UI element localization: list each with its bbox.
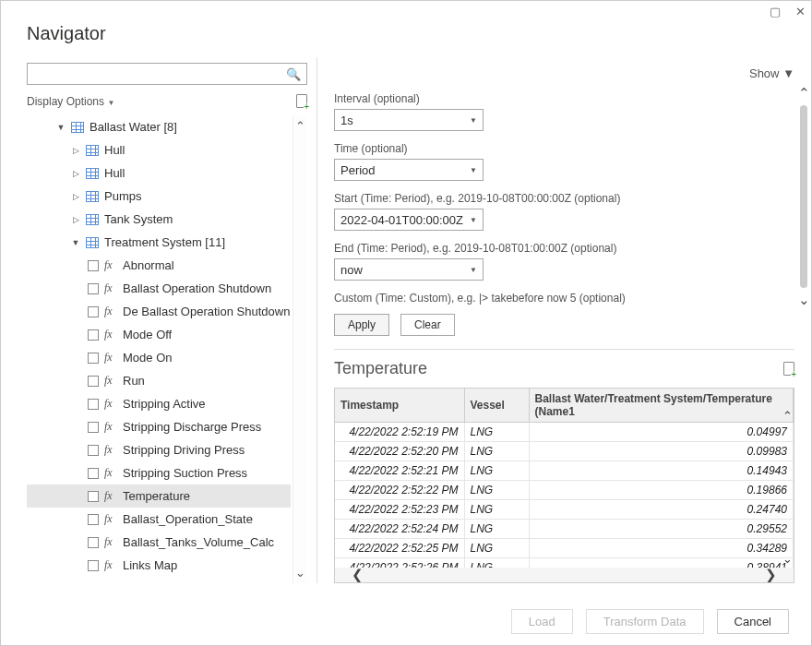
- scroll-left-icon[interactable]: ❮: [352, 567, 364, 583]
- table-row[interactable]: 4/22/2022 2:52:23 PMLNG0.24740: [335, 500, 794, 520]
- tree-item[interactable]: fxBallast_Operation_State: [27, 508, 291, 531]
- clear-button[interactable]: Clear: [400, 314, 455, 336]
- tree-item-label: Abnormal: [123, 258, 174, 272]
- tree-item[interactable]: fxStripping Suction Press: [27, 461, 291, 484]
- scroll-down-icon[interactable]: ⌄: [295, 566, 305, 580]
- tree-item[interactable]: fxBallast_Tanks_Volume_Calc: [27, 531, 291, 554]
- tree-checkbox[interactable]: [88, 399, 99, 410]
- tree-item-label: Mode Off: [123, 328, 172, 341]
- table-row[interactable]: 4/22/2022 2:52:20 PMLNG0.09983: [335, 442, 794, 461]
- tree-checkbox[interactable]: [88, 376, 99, 387]
- tree-checkbox[interactable]: [88, 422, 99, 433]
- tree-item[interactable]: ▼Ballast Water [8]: [27, 115, 291, 138]
- tree-item[interactable]: ▷Hull: [27, 138, 291, 162]
- table-row[interactable]: 4/22/2022 2:52:24 PMLNG0.29552: [335, 520, 794, 539]
- function-icon: fx: [104, 558, 117, 572]
- tree-item[interactable]: fxAbnormal: [27, 254, 291, 277]
- tree-checkbox[interactable]: [88, 329, 99, 341]
- load-button[interactable]: Load: [511, 609, 573, 634]
- tree-item[interactable]: ▷Pumps: [27, 185, 291, 208]
- tree-view[interactable]: ▼Ballast Water [8]▷Hull▷Hull▷Pumps▷Tank …: [27, 115, 307, 583]
- maximize-icon[interactable]: ▢: [770, 5, 781, 18]
- tree-expander-icon[interactable]: ▷: [71, 192, 80, 201]
- table-row[interactable]: 4/22/2022 2:52:19 PMLNG0.04997: [335, 423, 794, 442]
- tree-item[interactable]: ▷Tank System: [27, 208, 291, 231]
- apply-button[interactable]: Apply: [334, 314, 389, 336]
- scroll-down-icon[interactable]: ⌄: [782, 552, 793, 566]
- tree-scrollbar[interactable]: ⌃ ⌄: [293, 115, 307, 583]
- close-icon[interactable]: ✕: [795, 5, 806, 18]
- table-scrollbar-vertical[interactable]: ⌃ ⌄: [781, 409, 794, 566]
- tree-item-label: Treatment System [11]: [104, 235, 225, 249]
- time-label: Time (optional): [334, 142, 794, 155]
- tree-item[interactable]: fxTemperature: [27, 484, 291, 508]
- tree-item[interactable]: fxDe Ballast Operation Shutdown: [27, 300, 291, 323]
- preview-section-title: Temperature: [334, 359, 427, 378]
- function-icon: fx: [104, 328, 117, 341]
- scroll-down-icon[interactable]: ⌄: [798, 292, 810, 308]
- tree-item[interactable]: fxRun: [27, 369, 291, 392]
- tree-expander-icon[interactable]: ▼: [56, 123, 66, 132]
- search-input-wrap[interactable]: 🔍: [27, 63, 307, 85]
- tree-checkbox[interactable]: [88, 560, 99, 571]
- scroll-up-icon[interactable]: ⌃: [295, 119, 305, 133]
- tree-checkbox[interactable]: [88, 537, 99, 548]
- right-pane-scrollbar[interactable]: ⌃ ⌄: [796, 81, 811, 312]
- table-row[interactable]: 4/22/2022 2:52:22 PMLNG0.19866: [335, 481, 794, 500]
- end-select[interactable]: now ▼: [334, 258, 484, 281]
- tree-item[interactable]: fxMode On: [27, 346, 291, 369]
- cell-value: 0.24740: [529, 500, 794, 520]
- tree-item[interactable]: ▼Treatment System [11]: [27, 231, 291, 254]
- show-dropdown[interactable]: Show ▼: [749, 66, 794, 80]
- preview-table: Timestamp Vessel Ballast Water/Treatment…: [335, 389, 794, 583]
- add-data-icon[interactable]: [783, 362, 794, 376]
- tree-expander-icon[interactable]: ▷: [71, 146, 80, 155]
- tree-item-label: Mode On: [123, 351, 172, 365]
- function-icon: fx: [104, 512, 117, 526]
- tree-checkbox[interactable]: [88, 468, 99, 479]
- tree-item[interactable]: fxStripping Active: [27, 392, 291, 415]
- tree-checkbox[interactable]: [88, 260, 99, 271]
- function-icon: fx: [104, 443, 117, 457]
- tree-checkbox[interactable]: [88, 306, 99, 317]
- time-select[interactable]: Period ▼: [334, 159, 484, 181]
- tree-item[interactable]: fxStripping Driving Press: [27, 438, 291, 461]
- tree-checkbox[interactable]: [88, 353, 99, 364]
- cancel-button[interactable]: Cancel: [717, 609, 789, 634]
- tree-checkbox[interactable]: [88, 445, 99, 456]
- search-input[interactable]: [31, 65, 284, 83]
- tree-item[interactable]: fxLinks Map: [27, 554, 291, 577]
- transform-data-button[interactable]: Transform Data: [586, 609, 704, 634]
- tree-item[interactable]: fxStripping Discharge Press: [27, 415, 291, 438]
- tree-checkbox[interactable]: [88, 491, 99, 502]
- cell-vessel: LNG: [464, 423, 529, 442]
- interval-select[interactable]: 1s ▼: [334, 109, 484, 131]
- table-icon: [86, 191, 99, 202]
- tree-expander-icon[interactable]: ▷: [71, 215, 80, 224]
- function-icon: fx: [104, 351, 117, 365]
- tree-expander-icon[interactable]: ▼: [71, 238, 80, 247]
- tree-expander-icon[interactable]: ▷: [71, 169, 80, 178]
- col-vessel[interactable]: Vessel: [464, 389, 529, 423]
- function-icon: fx: [104, 258, 117, 272]
- col-timestamp[interactable]: Timestamp: [335, 389, 464, 423]
- col-value[interactable]: Ballast Water/Treatment System/Temperatu…: [529, 389, 794, 423]
- custom-label: Custom (Time: Custom), e.g. |> takebefor…: [334, 292, 794, 305]
- table-row[interactable]: 4/22/2022 2:52:25 PMLNG0.34289: [335, 539, 794, 558]
- tree-item-label: Links Map: [123, 558, 177, 572]
- start-select[interactable]: 2022-04-01T00:00:00Z ▼: [334, 209, 484, 231]
- tree-item[interactable]: ▷Hull: [27, 162, 291, 185]
- new-document-icon[interactable]: [296, 94, 307, 108]
- scroll-up-icon[interactable]: ⌃: [798, 85, 810, 102]
- table-row[interactable]: 4/22/2022 2:52:21 PMLNG0.14943: [335, 461, 794, 481]
- display-options-dropdown[interactable]: Display Options ▼: [27, 95, 114, 108]
- table-scrollbar-horizontal[interactable]: ❮ ❯: [335, 568, 794, 582]
- tree-checkbox[interactable]: [88, 514, 99, 525]
- scroll-up-icon[interactable]: ⌃: [782, 409, 793, 423]
- search-icon[interactable]: 🔍: [284, 67, 303, 81]
- scroll-right-icon[interactable]: ❯: [765, 567, 777, 583]
- tree-item[interactable]: fxMode Off: [27, 323, 291, 346]
- tree-checkbox[interactable]: [88, 283, 99, 294]
- table-icon: [86, 237, 99, 248]
- tree-item[interactable]: fxBallast Operation Shutdown: [27, 277, 291, 300]
